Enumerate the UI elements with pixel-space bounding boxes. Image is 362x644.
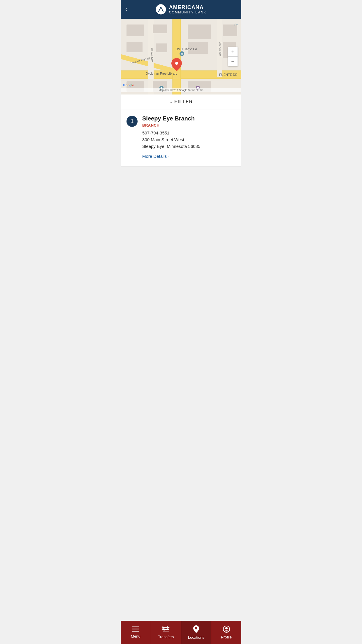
svg-text:DMH Cattle Co: DMH Cattle Co [175, 47, 197, 51]
logo-text: AMERICANA COMMUNITY BANK [169, 5, 207, 14]
svg-text:2nd Ave NW: 2nd Ave NW [219, 42, 222, 57]
filter-label: FILTER [174, 99, 193, 104]
location-type: BRANCH [142, 123, 236, 127]
logo-name: AMERICANA [169, 5, 207, 10]
svg-rect-17 [126, 42, 143, 52]
content-area [121, 167, 241, 278]
svg-rect-18 [156, 43, 167, 52]
location-number-badge: 1 [126, 116, 138, 127]
svg-rect-14 [153, 24, 167, 33]
address-line1: 300 Main Street West [142, 137, 184, 142]
svg-text:Dyckman Free Library: Dyckman Free Library [146, 72, 178, 75]
svg-rect-7 [173, 19, 181, 94]
google-logo: Google [123, 83, 134, 87]
svg-text:4th Ave NW: 4th Ave NW [150, 48, 153, 62]
header: ‹ AMERICANA COMMUNITY BANK [121, 0, 241, 19]
map-zoom-controls: + − [228, 47, 238, 66]
more-details-text: More Details [142, 154, 167, 159]
svg-text:FUENTE DE: FUENTE DE [219, 73, 237, 76]
svg-text:🏛: 🏛 [181, 52, 183, 55]
address-line2: Sleepy Eye, Minnesota 56085 [142, 144, 200, 149]
filter-chevron-icon: ⌄ [169, 99, 173, 104]
svg-point-33 [175, 62, 178, 65]
logo: AMERICANA COMMUNITY BANK [156, 4, 207, 15]
svg-rect-13 [126, 24, 144, 36]
more-details-link[interactable]: More Details › [142, 154, 236, 159]
map-svg: 4th Ave NW 2nd Ave NW Prescott Ave NW DM… [121, 19, 241, 94]
map-attribution: Map data ©2019 Google Terms of Use [121, 88, 241, 92]
svg-text:Dr: Dr [234, 23, 238, 27]
location-address: 300 Main Street West Sleepy Eye, Minneso… [142, 136, 236, 150]
svg-rect-15 [188, 24, 211, 39]
zoom-in-button[interactable]: + [228, 47, 238, 57]
location-info: Sleepy Eye Branch BRANCH 507-794-3551 30… [142, 115, 236, 159]
filter-bar[interactable]: ⌄ FILTER [121, 94, 241, 109]
map-container[interactable]: 4th Ave NW 2nd Ave NW Prescott Ave NW DM… [121, 19, 241, 94]
svg-point-0 [156, 4, 166, 14]
logo-icon [156, 4, 166, 15]
location-card: 1 Sleepy Eye Branch BRANCH 507-794-3551 … [121, 109, 241, 167]
back-button[interactable]: ‹ [125, 6, 127, 13]
zoom-out-button[interactable]: − [228, 57, 238, 66]
location-name: Sleepy Eye Branch [142, 115, 236, 122]
more-details-chevron-icon: › [168, 154, 169, 158]
location-phone: 507-794-3551 [142, 130, 236, 135]
logo-tagline: COMMUNITY BANK [169, 10, 207, 14]
